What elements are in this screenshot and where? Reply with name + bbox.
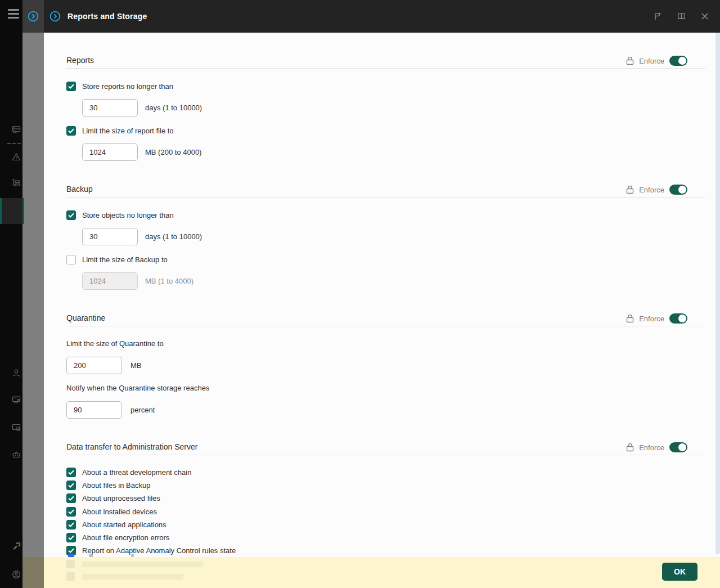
marketplace-icon[interactable] bbox=[12, 450, 21, 459]
checkbox-label: About unprocessed files bbox=[82, 494, 160, 502]
enforce-control-quarantine: Enforce bbox=[626, 313, 687, 324]
dimmed-footer-strip bbox=[22, 557, 44, 588]
enforce-label: Enforce bbox=[639, 186, 664, 194]
enforce-toggle[interactable] bbox=[669, 185, 687, 195]
section-divider bbox=[66, 455, 705, 455]
enforce-toggle[interactable] bbox=[669, 313, 687, 324]
enforce-control-data-transfer: Enforce bbox=[626, 442, 687, 453]
backup-days-input[interactable] bbox=[82, 228, 138, 245]
blue-circle-chevron-icon bbox=[50, 11, 61, 22]
lock-icon bbox=[626, 56, 634, 65]
vertical-scrollbar[interactable] bbox=[716, 33, 720, 554]
checkbox-limit-backup-size[interactable] bbox=[66, 255, 76, 264]
checkbox-unprocessed-files[interactable] bbox=[66, 493, 76, 503]
section-title-data-transfer: Data transfer to Administration Server bbox=[66, 442, 197, 451]
section-title-quarantine: Quarantine bbox=[66, 313, 105, 322]
sidebar-divider bbox=[7, 143, 21, 144]
checkbox-label: About started applications bbox=[82, 520, 166, 529]
section-divider bbox=[66, 197, 705, 198]
lock-icon bbox=[626, 185, 634, 194]
hamburger-menu-icon[interactable] bbox=[8, 9, 19, 19]
unit-label: percent bbox=[130, 406, 155, 414]
checkbox-label: Store reports no longer than bbox=[82, 82, 173, 91]
console-settings-icon[interactable] bbox=[12, 395, 21, 404]
sidebar-item-selected[interactable] bbox=[0, 198, 24, 224]
ghost-checkbox bbox=[66, 572, 75, 581]
enforce-control-backup: Enforce bbox=[626, 184, 687, 195]
report-days-input[interactable] bbox=[82, 99, 138, 116]
close-icon[interactable] bbox=[700, 11, 710, 21]
field-label: Limit the size of Quarantine to bbox=[66, 339, 164, 348]
checkbox-threat-chain[interactable] bbox=[66, 468, 76, 477]
checkbox-installed-devices[interactable] bbox=[66, 507, 76, 517]
checkbox-label: Limit the size of Backup to bbox=[82, 255, 168, 264]
unit-label: days (1 to 10000) bbox=[145, 104, 202, 112]
user-icon[interactable] bbox=[12, 369, 21, 378]
checkbox-label: About installed devices bbox=[82, 508, 157, 516]
checkbox-label: About file encryption errors bbox=[82, 533, 169, 542]
book-icon[interactable] bbox=[676, 11, 686, 21]
blue-circle-chevron-icon bbox=[28, 11, 39, 22]
checkbox-limit-report-size[interactable] bbox=[66, 126, 76, 136]
ghost-checkbox bbox=[66, 560, 75, 568]
account-icon[interactable] bbox=[12, 570, 21, 579]
devices-icon[interactable] bbox=[12, 125, 21, 134]
unit-label: MB (1 to 4000) bbox=[145, 277, 194, 285]
checkbox-label: Store objects no longer than bbox=[82, 211, 174, 219]
checkbox-label: Limit the size of report file to bbox=[82, 127, 174, 135]
warning-icon[interactable] bbox=[12, 152, 21, 161]
section-divider bbox=[66, 68, 705, 69]
dimmed-nav-header bbox=[22, 0, 44, 33]
policies-icon[interactable] bbox=[12, 179, 21, 188]
field-label: Notify when the Quarantine storage reach… bbox=[66, 384, 209, 392]
wrench-icon[interactable] bbox=[12, 542, 21, 551]
backup-size-input bbox=[82, 272, 138, 290]
enforce-label: Enforce bbox=[639, 443, 664, 452]
app-sidebar bbox=[0, 0, 22, 588]
lock-icon bbox=[626, 443, 634, 452]
unit-label: MB (200 to 4000) bbox=[145, 148, 201, 156]
dimmed-selected-indicator bbox=[22, 198, 24, 224]
unit-label: days (1 to 10000) bbox=[145, 232, 202, 241]
checkbox-store-objects[interactable] bbox=[66, 210, 76, 220]
checkbox-encryption-errors[interactable] bbox=[66, 533, 76, 542]
unit-label: MB bbox=[130, 361, 142, 370]
section-title-reports: Reports bbox=[66, 56, 94, 65]
page-title: Reports and Storage bbox=[68, 12, 147, 21]
ghost-label bbox=[82, 574, 183, 580]
checkbox-label: About files in Backup bbox=[82, 481, 150, 490]
checkbox-started-applications[interactable] bbox=[66, 520, 76, 529]
checkbox-store-reports[interactable] bbox=[66, 82, 76, 91]
section-divider bbox=[66, 326, 705, 326]
enforce-label: Enforce bbox=[639, 57, 664, 65]
action-footer: OK bbox=[44, 557, 720, 588]
checkbox-label: About a threat development chain bbox=[82, 468, 191, 477]
checkbox-files-backup[interactable] bbox=[66, 481, 76, 490]
panel-header: Reports and Storage bbox=[44, 0, 720, 33]
report-size-input[interactable] bbox=[82, 143, 138, 161]
enforce-label: Enforce bbox=[639, 315, 664, 323]
quarantine-size-input[interactable] bbox=[66, 357, 122, 374]
ok-button[interactable]: OK bbox=[662, 563, 698, 581]
section-title-backup: Backup bbox=[66, 185, 93, 194]
enforce-control-reports: Enforce bbox=[626, 55, 687, 66]
quarantine-notify-input[interactable] bbox=[66, 401, 122, 419]
enforce-toggle[interactable] bbox=[669, 56, 687, 66]
enforce-toggle[interactable] bbox=[669, 442, 687, 452]
lock-icon bbox=[626, 314, 634, 323]
discovery-icon[interactable] bbox=[12, 423, 21, 432]
dimmed-background-window bbox=[22, 0, 44, 588]
ghost-label bbox=[82, 562, 203, 567]
flag-icon[interactable] bbox=[652, 11, 663, 21]
